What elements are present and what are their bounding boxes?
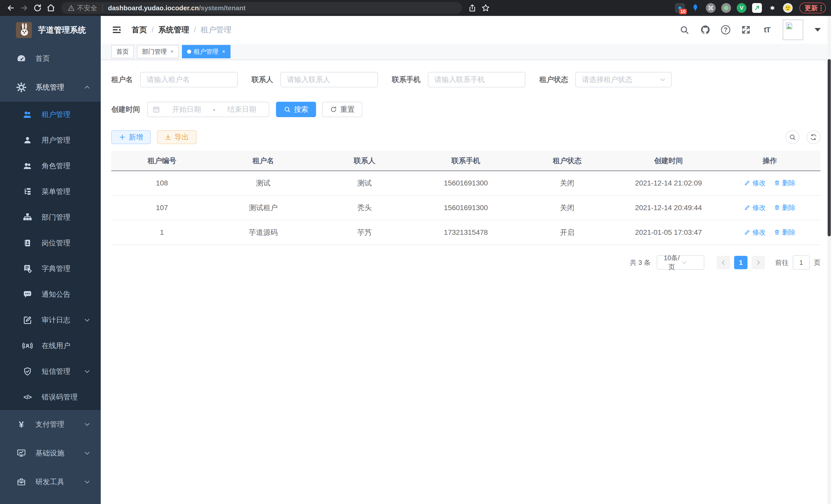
- delete-link[interactable]: 删除: [774, 203, 796, 212]
- app-logo: [16, 22, 32, 38]
- table-row: 107 测试租户 秃头 15601691300 关闭 2021-12-14 20…: [111, 196, 821, 220]
- logo-row[interactable]: 芋道管理系统: [0, 16, 101, 44]
- cell-mobile: 17321315478: [415, 220, 516, 245]
- next-page-button[interactable]: [752, 256, 765, 269]
- table-refresh-button[interactable]: [807, 130, 821, 144]
- sidebar-toggle-icon[interactable]: [111, 24, 122, 35]
- tab-tenant[interactable]: 租户管理 ×: [182, 45, 230, 58]
- prev-page-button[interactable]: [717, 256, 730, 269]
- sidebar-item-label: 错误码管理: [41, 392, 78, 402]
- scrollbar-thumb[interactable]: [828, 59, 831, 236]
- contact-input[interactable]: [280, 72, 378, 87]
- sidebar-item-role[interactable]: 角色管理: [0, 153, 101, 179]
- sidebar-item-infra[interactable]: 基础设施: [0, 439, 101, 468]
- sidebar-item-dev[interactable]: 研发工具: [0, 468, 101, 496]
- extension-vue-icon[interactable]: V: [737, 3, 746, 13]
- breadcrumb-section[interactable]: 系统管理: [158, 25, 189, 35]
- page-scrollbar[interactable]: [827, 16, 831, 504]
- sidebar-item-audit[interactable]: 审计日志: [0, 307, 101, 333]
- update-label: 更新: [805, 4, 818, 12]
- url-path: /system/tenant: [199, 4, 246, 12]
- sidebar-item-pay[interactable]: ¥ 支付管理: [0, 410, 101, 439]
- github-icon[interactable]: [700, 24, 711, 35]
- sidebar-item-sms[interactable]: 短信管理: [0, 359, 101, 384]
- add-button[interactable]: 新增: [111, 130, 151, 144]
- update-button[interactable]: 更新: [799, 3, 826, 13]
- extension-blue-badge-icon[interactable]: 10: [675, 3, 685, 13]
- pencil-icon: [744, 229, 750, 235]
- column-header-id: 租户编号: [111, 151, 212, 171]
- edit-link[interactable]: 修改: [744, 179, 766, 187]
- page-size-select[interactable]: 10条/页: [657, 255, 704, 270]
- profile-avatar-emoji[interactable]: [783, 3, 793, 13]
- forward-icon[interactable]: [19, 2, 30, 13]
- sidebar-item-post[interactable]: 岗位管理: [0, 230, 101, 256]
- tenant-name-input[interactable]: [140, 72, 238, 87]
- tab-label: 首页: [116, 48, 129, 56]
- status-select[interactable]: 请选择租户状态: [575, 72, 672, 87]
- bookmark-star-icon[interactable]: [480, 2, 491, 13]
- online-user-icon: [22, 340, 33, 351]
- avatar-caret-icon[interactable]: [814, 28, 821, 32]
- breadcrumb-home[interactable]: 首页: [132, 25, 147, 35]
- sidebar-item-dict[interactable]: 字典管理: [0, 256, 101, 281]
- search-icon[interactable]: [679, 24, 690, 35]
- date-range-picker[interactable]: 开始日期 - 结束日期: [147, 102, 269, 117]
- extension-paw-icon[interactable]: [768, 3, 777, 13]
- column-header-mobile: 联系手机: [415, 151, 516, 171]
- table-search-toggle-button[interactable]: [785, 130, 799, 144]
- sidebar-item-menu[interactable]: 菜单管理: [0, 179, 101, 205]
- sidebar-item-errcode[interactable]: </> 错误码管理: [0, 384, 101, 410]
- chat-bubble-icon: [22, 289, 33, 300]
- close-icon[interactable]: ×: [222, 48, 225, 55]
- status-placeholder: 请选择租户状态: [582, 75, 659, 85]
- sidebar-item-label: 菜单管理: [41, 187, 70, 197]
- status-label: 租户状态: [539, 75, 568, 85]
- page-size-value: 10条/页: [662, 254, 681, 271]
- edit-link[interactable]: 修改: [744, 203, 766, 212]
- tab-home[interactable]: 首页: [111, 45, 134, 58]
- page-number-current[interactable]: 1: [734, 256, 747, 269]
- not-secure-warning[interactable]: 不安全: [68, 4, 97, 12]
- edit-link[interactable]: 修改: [744, 228, 766, 237]
- fullscreen-icon[interactable]: [741, 24, 751, 35]
- help-icon[interactable]: ?: [721, 25, 730, 34]
- font-size-icon[interactable]: tT: [762, 24, 772, 35]
- chevron-down-icon: [681, 260, 700, 266]
- sidebar-item-system[interactable]: 系统管理: [0, 73, 101, 102]
- extension-command-icon[interactable]: [706, 3, 716, 13]
- search-button[interactable]: 搜索: [276, 102, 316, 117]
- goto-page-input[interactable]: [793, 255, 810, 270]
- chevron-right-icon: [755, 259, 762, 266]
- home-icon[interactable]: [45, 2, 57, 13]
- export-button[interactable]: 导出: [157, 130, 197, 144]
- sidebar-item-user[interactable]: 用户管理: [0, 127, 101, 153]
- reset-button[interactable]: 重置: [322, 102, 362, 117]
- cell-created: 2021-01-05 17:03:47: [618, 220, 719, 245]
- pencil-icon: [744, 180, 750, 186]
- tab-dept[interactable]: 部门管理 ×: [137, 45, 179, 58]
- sidebar-item-label: 支付管理: [35, 419, 64, 429]
- close-icon[interactable]: ×: [170, 48, 174, 55]
- reload-icon[interactable]: [32, 2, 43, 13]
- extension-spark-icon[interactable]: [752, 3, 762, 13]
- sidebar-item-label: 在线用户: [41, 341, 70, 351]
- column-header-actions: 操作: [719, 151, 821, 171]
- sidebar-item-online[interactable]: 在线用户: [0, 333, 101, 359]
- avatar[interactable]: [783, 20, 803, 40]
- sidebar-item-notice[interactable]: 通知公告: [0, 281, 101, 307]
- url-bar[interactable]: 不安全 dashboard.yudao.iocoder.cn/system/te…: [61, 2, 462, 14]
- date-separator: -: [213, 105, 215, 114]
- chevron-down-icon: [659, 76, 666, 83]
- back-icon[interactable]: [5, 2, 17, 13]
- sidebar-item-dept[interactable]: 部门管理: [0, 205, 101, 230]
- browser-menu-icon[interactable]: [821, 5, 822, 11]
- sidebar-item-home[interactable]: 首页: [0, 44, 101, 73]
- share-icon[interactable]: [467, 2, 478, 13]
- sidebar-item-tenant[interactable]: 租户管理: [0, 102, 101, 127]
- extension-record-icon[interactable]: [721, 3, 731, 13]
- delete-link[interactable]: 删除: [774, 179, 796, 187]
- delete-link[interactable]: 删除: [774, 228, 796, 237]
- mobile-input[interactable]: [428, 72, 525, 87]
- extension-kite-icon[interactable]: [690, 3, 700, 13]
